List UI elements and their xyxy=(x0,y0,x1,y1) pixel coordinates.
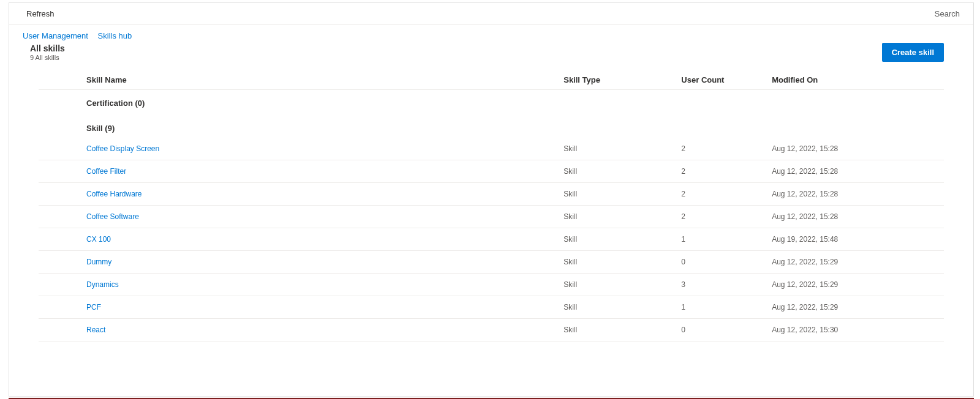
cell-modified: Aug 12, 2022, 15:29 xyxy=(772,258,944,266)
cell-modified: Aug 12, 2022, 15:28 xyxy=(772,144,944,153)
cell-modified: Aug 12, 2022, 15:29 xyxy=(772,280,944,289)
group-skill[interactable]: Skill (9) xyxy=(39,114,944,138)
cell-count: 0 xyxy=(681,326,772,334)
table-row[interactable]: Coffee FilterSkill2Aug 12, 2022, 15:28 xyxy=(39,160,944,183)
cell-type: Skill xyxy=(564,258,681,266)
refresh-button[interactable]: Refresh xyxy=(26,9,55,18)
skill-name-link[interactable]: Dummy xyxy=(86,258,111,266)
table-row[interactable]: DummySkill0Aug 12, 2022, 15:29 xyxy=(39,251,944,274)
cell-modified: Aug 19, 2022, 15:48 xyxy=(772,235,944,244)
skills-grid: Skill Name Skill Type User Count Modifie… xyxy=(9,67,973,341)
cell-modified: Aug 12, 2022, 15:29 xyxy=(772,303,944,311)
create-skill-button[interactable]: Create skill xyxy=(882,43,944,62)
skill-name-link[interactable]: Coffee Hardware xyxy=(86,190,142,198)
table-row[interactable]: Coffee HardwareSkill2Aug 12, 2022, 15:28 xyxy=(39,183,944,206)
skill-name-link[interactable]: Coffee Filter xyxy=(86,167,126,176)
breadcrumb-skills-hub[interactable]: Skills hub xyxy=(98,31,132,40)
search-button[interactable]: Search xyxy=(935,9,960,18)
cell-count: 2 xyxy=(681,167,772,176)
command-bar: Refresh Search xyxy=(9,3,973,25)
table-row[interactable]: Coffee Display ScreenSkill2Aug 12, 2022,… xyxy=(39,138,944,160)
cell-count: 2 xyxy=(681,190,772,198)
column-header-type[interactable]: Skill Type xyxy=(564,75,681,84)
table-row[interactable]: ReactSkill0Aug 12, 2022, 15:30 xyxy=(39,319,944,341)
table-row[interactable]: CX 100Skill1Aug 19, 2022, 15:48 xyxy=(39,228,944,251)
page-header: All skills 9 All skills Create skill xyxy=(9,42,973,67)
breadcrumb-user-management[interactable]: User Management xyxy=(23,31,88,40)
cell-modified: Aug 12, 2022, 15:28 xyxy=(772,212,944,221)
page-subtitle: 9 All skills xyxy=(30,54,65,61)
cell-type: Skill xyxy=(564,144,681,153)
cell-modified: Aug 12, 2022, 15:28 xyxy=(772,167,944,176)
breadcrumb: User Management Skills hub xyxy=(9,25,973,42)
table-row[interactable]: DynamicsSkill3Aug 12, 2022, 15:29 xyxy=(39,274,944,296)
table-row[interactable]: PCFSkill1Aug 12, 2022, 15:29 xyxy=(39,296,944,319)
group-certification[interactable]: Certification (0) xyxy=(39,90,944,114)
column-header-modified[interactable]: Modified On xyxy=(772,75,944,84)
cell-count: 0 xyxy=(681,258,772,266)
cell-type: Skill xyxy=(564,212,681,221)
skill-name-link[interactable]: React xyxy=(86,326,105,334)
cell-count: 3 xyxy=(681,280,772,289)
skill-name-link[interactable]: CX 100 xyxy=(86,235,111,244)
cell-type: Skill xyxy=(564,235,681,244)
cell-type: Skill xyxy=(564,190,681,198)
column-header-name[interactable]: Skill Name xyxy=(39,75,564,84)
skill-name-link[interactable]: Dynamics xyxy=(86,280,119,289)
cell-count: 2 xyxy=(681,144,772,153)
cell-count: 1 xyxy=(681,303,772,311)
cell-type: Skill xyxy=(564,303,681,311)
skill-name-link[interactable]: Coffee Display Screen xyxy=(86,144,159,153)
skill-name-link[interactable]: Coffee Software xyxy=(86,212,139,221)
page-container: Refresh Search User Management Skills hu… xyxy=(9,2,974,397)
cell-type: Skill xyxy=(564,326,681,334)
cell-count: 2 xyxy=(681,212,772,221)
column-header-count[interactable]: User Count xyxy=(681,75,772,84)
page-title: All skills xyxy=(30,43,65,53)
cell-count: 1 xyxy=(681,235,772,244)
cell-type: Skill xyxy=(564,167,681,176)
grid-header-row: Skill Name Skill Type User Count Modifie… xyxy=(39,70,944,90)
table-row[interactable]: Coffee SoftwareSkill2Aug 12, 2022, 15:28 xyxy=(39,206,944,228)
skill-name-link[interactable]: PCF xyxy=(86,303,101,311)
cell-modified: Aug 12, 2022, 15:30 xyxy=(772,326,944,334)
cell-modified: Aug 12, 2022, 15:28 xyxy=(772,190,944,198)
cell-type: Skill xyxy=(564,280,681,289)
